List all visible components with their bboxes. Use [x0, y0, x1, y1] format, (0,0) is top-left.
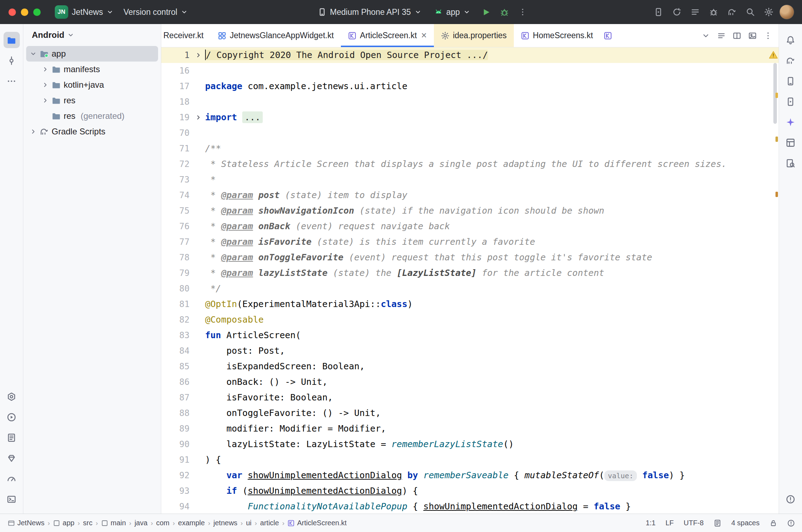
code-text[interactable]: * @param isFavorite (state) is this item… — [205, 234, 779, 250]
line-number[interactable]: 88 — [161, 405, 192, 421]
more-tools-tool-button[interactable] — [4, 73, 20, 89]
breadcrumb-src[interactable]: src — [83, 519, 93, 527]
fold-marker-icon[interactable] — [192, 47, 205, 63]
notifications-tool-button[interactable] — [783, 32, 799, 48]
line-number[interactable]: 90 — [161, 436, 192, 452]
project-view-selector[interactable]: Android — [23, 24, 161, 46]
more-run-actions-button[interactable] — [515, 4, 530, 20]
sync-button[interactable] — [669, 4, 685, 20]
code-text[interactable]: * — [205, 172, 779, 187]
code-line[interactable]: 71/** — [161, 141, 779, 156]
code-line[interactable]: 81@OptIn(ExperimentalMaterial3Api::class… — [161, 296, 779, 312]
minimize-window-button[interactable] — [21, 8, 28, 16]
code-line[interactable]: 1/ Copyright 2020 The Android Open Sourc… — [161, 47, 779, 63]
close-window-button[interactable] — [8, 8, 16, 16]
design-view-button[interactable] — [745, 29, 760, 43]
indent-guide-icon[interactable] — [714, 519, 721, 527]
editor-scrollbar[interactable] — [772, 47, 779, 514]
breadcrumb-jetnews[interactable]: JetNews — [8, 519, 45, 527]
problems-tool-button[interactable] — [783, 491, 799, 507]
tab-jetnewsglanceappwidget-kt[interactable]: JetnewsGlanceAppWidget.kt — [211, 24, 341, 47]
logcat-tool-button[interactable] — [4, 429, 20, 446]
tree-item-res[interactable]: res — [26, 93, 158, 108]
code-text[interactable]: * @param post (state) item to display — [205, 187, 779, 203]
pair-devices-button[interactable] — [651, 4, 666, 20]
code-text[interactable]: fun ArticleScreen( — [205, 328, 779, 343]
zoom-window-button[interactable] — [33, 8, 41, 16]
breadcrumb-app[interactable]: app — [53, 519, 74, 527]
gemini-tool-button[interactable] — [783, 114, 799, 130]
app-quality-insights-tool-button[interactable] — [783, 155, 799, 171]
line-number[interactable]: 71 — [161, 141, 192, 156]
project-tool-button[interactable] — [4, 32, 20, 48]
line-number[interactable]: 81 — [161, 296, 192, 312]
code-line[interactable]: 79 * @param lazyListState (state) the [L… — [161, 265, 779, 281]
run-button[interactable] — [478, 4, 494, 20]
breadcrumb-main[interactable]: main — [101, 519, 126, 527]
device-manager-tool-button[interactable] — [783, 73, 799, 89]
search-button[interactable] — [743, 4, 758, 20]
code-text[interactable]: ) { — [205, 452, 779, 468]
line-number[interactable]: 75 — [161, 203, 192, 219]
tab-homescreens-kt[interactable]: HomeScreens.kt — [514, 24, 600, 47]
code-text[interactable]: FunctionalityNotAvailablePopup { showUni… — [205, 499, 779, 514]
code-text[interactable] — [205, 94, 779, 110]
project-widget[interactable]: JN JetNews — [50, 4, 118, 20]
code-line[interactable]: 88 onToggleFavorite: () -> Unit, — [161, 405, 779, 421]
encoding-widget[interactable]: UTF-8 — [684, 519, 704, 527]
code-line[interactable]: 86 onBack: () -> Unit, — [161, 374, 779, 390]
run-configuration-selector[interactable]: app — [429, 4, 475, 20]
code-text[interactable]: post: Post, — [205, 343, 779, 359]
code-text[interactable]: isExpandedScreen: Boolean, — [205, 359, 779, 374]
code-text[interactable]: if (showUnimplementedActionDialog) { — [205, 483, 779, 499]
line-number[interactable]: 17 — [161, 79, 192, 94]
code-line[interactable]: 91) { — [161, 452, 779, 468]
settings-button[interactable] — [761, 4, 777, 20]
run-tool-button[interactable] — [4, 409, 20, 425]
code-line[interactable]: 17package com.example.jetnews.ui.article — [161, 79, 779, 94]
editor[interactable]: 1/ Copyright 2020 The Android Open Sourc… — [161, 47, 779, 514]
code-line[interactable]: 80 */ — [161, 281, 779, 296]
code-line[interactable]: 87 isFavorite: Boolean, — [161, 390, 779, 405]
breadcrumb-article[interactable]: article — [260, 519, 279, 527]
task-list-button[interactable] — [687, 4, 703, 20]
tree-item-res-generated[interactable]: res (generated) — [26, 108, 158, 124]
device-selector[interactable]: Medium Phone API 35 — [313, 4, 426, 20]
code-text[interactable]: modifier: Modifier = Modifier, — [205, 421, 779, 436]
code-line[interactable]: 89 modifier: Modifier = Modifier, — [161, 421, 779, 436]
code-text[interactable]: lazyListState: LazyListState = rememberL… — [205, 436, 779, 452]
code-line[interactable]: 92 var showUnimplementedActionDialog by … — [161, 468, 779, 483]
code-line[interactable]: 74 * @param post (state) item to display — [161, 187, 779, 203]
tree-item-manifests[interactable]: manifests — [26, 62, 158, 77]
line-number[interactable]: 89 — [161, 421, 192, 436]
app-insights-tool-button[interactable] — [4, 450, 20, 466]
line-number[interactable]: 1 — [161, 47, 192, 63]
fold-marker-icon[interactable] — [192, 110, 205, 125]
line-number[interactable]: 86 — [161, 374, 192, 390]
tree-item-kotlin-java[interactable]: kotlin+java — [26, 77, 158, 93]
code-line[interactable]: 73 * — [161, 172, 779, 187]
close-tab-icon[interactable]: × — [421, 31, 427, 40]
code-text[interactable]: @Composable — [205, 312, 779, 328]
build-tool-button[interactable] — [4, 388, 20, 405]
breadcrumb-example[interactable]: example — [178, 519, 205, 527]
code-line[interactable]: 78 * @param onToggleFavorite (event) req… — [161, 250, 779, 265]
line-number[interactable]: 77 — [161, 234, 192, 250]
gradle-sync-button[interactable] — [724, 4, 740, 20]
debug-tools-button[interactable] — [706, 4, 721, 20]
code-text[interactable]: * @param onBack (event) request navigate… — [205, 219, 779, 234]
indent-widget[interactable]: 4 spaces — [731, 519, 760, 527]
code-line[interactable]: 94 FunctionalityNotAvailablePopup { show… — [161, 499, 779, 514]
code-line[interactable]: 83fun ArticleScreen( — [161, 328, 779, 343]
code-line[interactable]: 19import ... — [161, 110, 779, 125]
code-text[interactable]: * @param onToggleFavorite (event) reques… — [205, 250, 779, 265]
user-avatar[interactable] — [779, 5, 794, 19]
code-text[interactable]: var showUnimplementedActionDialog by rem… — [205, 468, 779, 483]
breadcrumb-com[interactable]: com — [156, 519, 169, 527]
line-number[interactable]: 79 — [161, 265, 192, 281]
code-line[interactable]: 70 — [161, 125, 779, 141]
warning-stripe-mark[interactable] — [775, 137, 778, 142]
code-line[interactable]: 16 — [161, 63, 779, 79]
profiler-tool-button[interactable] — [4, 470, 20, 487]
commit-tool-button[interactable] — [4, 52, 20, 69]
